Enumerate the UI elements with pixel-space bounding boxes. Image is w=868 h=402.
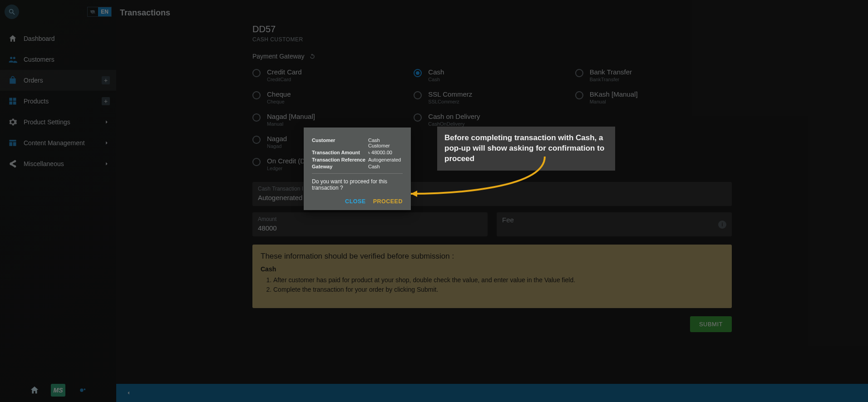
sidebar-item-dashboard[interactable]: Dashboard	[0, 28, 116, 49]
chevron-right-icon	[104, 119, 110, 125]
sidebar-item-label: Content Management	[24, 139, 85, 147]
radio-icon[interactable]	[252, 91, 261, 99]
sidebar-item-product-settings[interactable]: Product Settings	[0, 112, 116, 132]
fee-field[interactable]: Fee i	[497, 212, 732, 236]
sidebar-item-orders[interactable]: Orders +	[0, 70, 116, 91]
submit-button[interactable]: SUBMIT	[690, 316, 732, 332]
page-title: Transactions	[116, 0, 868, 24]
sidebar-item-label: Customers	[24, 56, 54, 63]
amount-label: Amount	[258, 216, 482, 222]
layout-icon	[8, 138, 17, 147]
svg-line-1	[13, 13, 15, 15]
dialog-proceed-button[interactable]: PROCEED	[373, 198, 403, 205]
order-id: DD57	[252, 24, 732, 34]
radio-icon[interactable]	[575, 91, 583, 99]
gateway-nagad-manual[interactable]: Nagad [Manual]Manual	[252, 113, 409, 127]
gateway-ssl-commerz[interactable]: SSL CommerzSSLCommerz	[414, 90, 570, 104]
amount-value: 48000	[258, 224, 482, 232]
bottom-bar	[116, 384, 868, 402]
gateway-credit-card[interactable]: Credit CardCreditCard	[252, 68, 409, 82]
svg-point-0	[10, 10, 13, 13]
language-switch[interactable]: বাং EN	[87, 7, 112, 17]
sidebar-item-customers[interactable]: Customers	[0, 49, 116, 70]
instructions-panel: These information should be verified bef…	[252, 245, 732, 308]
instruction-step: After customer has paid for product at y…	[273, 275, 724, 285]
lang-en[interactable]: EN	[98, 7, 111, 16]
order-customer-type: CASH CUSTOMER	[252, 36, 732, 43]
sidebar-item-content-management[interactable]: Content Management	[0, 132, 116, 153]
radio-icon[interactable]	[252, 69, 261, 77]
annotation-callout: Before completing transaction with Cash,…	[437, 127, 615, 171]
gateway-cod[interactable]: Cash on DeliveryCashOnDelivery	[414, 113, 570, 127]
boxes-icon	[8, 97, 17, 106]
gateway-cash[interactable]: CashCash	[414, 68, 570, 82]
back-icon[interactable]	[125, 390, 132, 396]
gateway-cheque[interactable]: ChequeCheque	[252, 90, 409, 104]
fee-label: Fee	[502, 216, 726, 224]
share-icon	[8, 159, 17, 168]
radio-icon[interactable]	[252, 158, 261, 166]
orders-add-icon[interactable]: +	[102, 76, 110, 84]
search-icon	[8, 8, 15, 15]
gateway-bank-transfer[interactable]: Bank TransferBankTransfer	[575, 68, 732, 82]
info-icon[interactable]: i	[718, 221, 726, 229]
main: Transactions DD57 CASH CUSTOMER Payment …	[116, 0, 868, 384]
home-icon	[8, 34, 17, 43]
radio-icon[interactable]	[252, 136, 261, 144]
bag-icon	[8, 76, 17, 85]
home-small-icon[interactable]	[28, 384, 41, 397]
radio-icon[interactable]	[252, 113, 261, 122]
people-icon	[8, 55, 17, 64]
radio-icon[interactable]	[414, 69, 422, 77]
sidebar-bottom: MS	[0, 378, 116, 402]
sidebar-item-label: Products	[24, 98, 49, 105]
radio-icon[interactable]	[414, 91, 422, 99]
instruction-step: Complete the transaction for your order …	[273, 285, 724, 294]
radio-icon[interactable]	[414, 113, 422, 122]
gear-icon	[8, 118, 17, 127]
sidebar-item-miscellaneous[interactable]: Miscellaneous	[0, 153, 116, 174]
instructions-sub: Cash	[261, 265, 724, 273]
search-button[interactable]	[5, 5, 19, 19]
products-add-icon[interactable]: +	[102, 97, 110, 105]
lang-bn[interactable]: বাং	[88, 7, 98, 16]
confirm-dialog: CustomerCash Customer Transaction Amount…	[304, 127, 411, 210]
amount-field[interactable]: Amount 48000	[252, 212, 488, 236]
sidebar-item-label: Orders	[24, 77, 43, 84]
instructions-heading: These information should be verified bef…	[261, 252, 724, 261]
ms-logo[interactable]: MS	[51, 384, 65, 397]
payment-gateway-label: Payment Gateway	[252, 53, 304, 60]
sidebar: বাং EN Dashboard Customers Orders +	[0, 0, 116, 402]
dialog-question: Do you want to proceed for this transact…	[312, 178, 403, 191]
chevron-right-icon	[104, 161, 110, 167]
chevron-right-icon	[104, 140, 110, 146]
settings-small-icon[interactable]	[75, 384, 88, 397]
radio-icon[interactable]	[575, 69, 583, 77]
sidebar-item-label: Dashboard	[24, 35, 55, 42]
sidebar-item-products[interactable]: Products +	[0, 91, 116, 112]
sidebar-item-label: Miscellaneous	[24, 160, 64, 167]
dialog-close-button[interactable]: CLOSE	[345, 198, 366, 205]
gateway-bkash-manual[interactable]: BKash [Manual]Manual	[575, 90, 732, 104]
sidebar-item-label: Product Settings	[24, 118, 70, 126]
refresh-icon[interactable]	[309, 53, 316, 60]
